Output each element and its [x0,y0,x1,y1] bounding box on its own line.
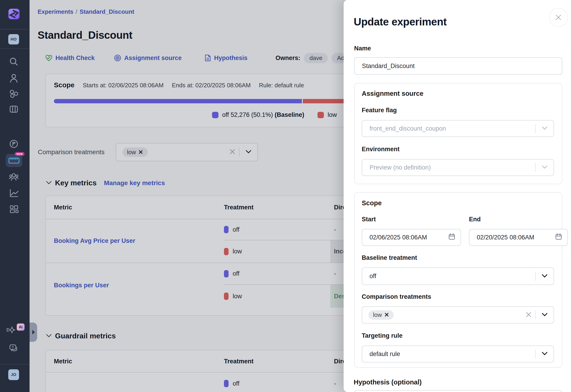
hypothesis-input[interactable] [354,390,562,392]
breadcrumb: Experiments/Standard_Discount [38,8,134,15]
metric-link[interactable]: Booking Avg Price per User [46,219,224,263]
calendar-icon[interactable] [555,233,562,242]
health-check-link[interactable]: Health Check [45,53,95,63]
treatment-dot-off [224,226,228,233]
feature-flag-icon[interactable] [9,139,19,149]
ai-sparkle-icon[interactable] [6,325,15,335]
name-label: Name [354,45,371,52]
hypothesis-label: Hypothesis [214,55,248,62]
metrics-chart-icon[interactable] [9,188,19,197]
targeting-rule-label: Targeting rule [362,332,402,339]
col-header-treatment: Treatment [224,358,330,365]
user-avatar[interactable]: JO [8,369,19,380]
chevron-down-icon[interactable] [542,352,548,356]
chevron-down-icon [542,126,548,131]
svg-text:?: ? [12,345,14,349]
treatment-dot-low [224,248,228,255]
assignment-source-heading: Assignment source [362,90,423,97]
key-metrics-header: Key metrics Manage key metrics [46,179,165,187]
treatment-cell: low [224,240,330,263]
sidebar-divider [0,48,29,49]
sidebar-divider [0,364,29,364]
sidebar-divider [0,29,29,29]
assignment-source-link[interactable]: Assignment source [114,53,182,63]
col-header-metric: Metric [46,204,224,211]
chevron-down-icon[interactable] [542,274,548,279]
treatment-cell: off [224,219,330,240]
select-divider [535,350,536,358]
new-badge: NEW [15,152,25,156]
key-metrics-title: Key metrics [55,179,97,187]
feature-flag-select[interactable]: front_end_discount_coupon [362,120,554,137]
manage-key-metrics-link[interactable]: Manage key metrics [104,179,165,187]
split-bar-legend: off 52,276 (50.1%) (Baseline) low [212,111,337,118]
calendar-icon[interactable] [448,233,456,242]
clear-selection-icon[interactable] [229,149,235,155]
treatment-chip-low[interactable]: low✕ [123,148,148,157]
metric-link[interactable]: Bookings per User [46,263,224,308]
chevron-down-icon[interactable] [542,313,548,317]
legend-off-swatch [212,112,218,118]
owners-label: Owners: [275,55,300,62]
baseline-treatment-select[interactable]: off [362,267,554,285]
search-icon[interactable] [9,57,19,67]
select-divider [535,271,536,281]
treatment-cell: low [224,284,330,308]
breadcrumb-separator: / [73,8,80,15]
select-divider [535,310,536,319]
treatment-cell: off [224,373,330,392]
owner-pill-dave[interactable]: dave [304,53,328,63]
chevron-down-icon[interactable] [245,150,251,154]
drawer-title: Update experiment [354,15,447,28]
columns-icon[interactable] [9,104,19,114]
targeting-rule-select[interactable]: default rule [362,346,554,363]
collapse-chevron-icon[interactable] [46,181,52,185]
environment-select[interactable]: Preview (no definition) [362,159,554,176]
ai-badge: AI [17,323,25,331]
legend-low-swatch [317,112,324,118]
scope-banner-title: Scope [54,81,74,89]
start-label: Start [362,216,376,223]
baseline-treatment-label: Baseline treatment [362,254,417,261]
start-date-input[interactable]: 02/06/2025 08:06AM [362,229,461,246]
comparison-treatments-select[interactable]: low✕ [116,143,258,161]
comparison-treatments-label: Comparison treatments [362,293,431,300]
treatment-cell: off [224,263,330,284]
segments-hexagons-icon[interactable] [9,89,19,98]
scope-ends-at: Ends at: 02/20/2025 08:06AM [172,82,251,89]
scope-heading: Scope [362,199,382,207]
scope-starts-at: Starts at: 02/06/2025 08:06AM [83,82,164,89]
comparison-treatments-row: Comparison treatments low✕ [38,143,258,161]
metric-link[interactable]: Average Downloads Duration Net [46,373,224,392]
chip-remove-icon[interactable]: ✕ [138,149,143,156]
dashboard-grid-icon[interactable] [9,205,19,214]
split-bar-off-segment [54,99,302,103]
sidebar-item-experiments-active[interactable] [6,154,22,167]
hypothesis-link[interactable]: Hypothesis [204,53,248,63]
end-label: End [469,216,481,223]
help-chat-icon[interactable]: ? [9,344,19,353]
treatment-chip-low[interactable]: low✕ [369,310,394,320]
comparison-treatments-select[interactable]: low✕ [362,306,554,323]
clear-selection-icon[interactable] [526,312,532,319]
breadcrumb-experiments-link[interactable]: Experiments [38,8,73,15]
hypothesis-label: Hypothesis (optional) [354,378,422,386]
sidebar: HO NEW [0,0,29,392]
document-icon [204,54,211,62]
end-date-input[interactable]: 02/20/2025 08:06AM [469,229,568,246]
name-input[interactable]: Standard_Discount [354,57,562,75]
statsig-logo-icon[interactable] [9,9,19,19]
breadcrumb-current-link[interactable]: Standard_Discount [80,8,134,15]
audiences-people-icon[interactable] [9,172,19,182]
workspace-avatar[interactable]: HO [8,34,19,44]
health-check-label: Health Check [56,55,95,62]
select-divider [239,147,240,157]
select-divider [535,124,536,133]
collapse-chevron-icon[interactable] [46,334,52,338]
chip-remove-icon[interactable]: ✕ [384,311,389,319]
expand-panel-handle[interactable] [29,322,37,342]
guardrail-metrics-title: Guardrail metrics [55,332,116,340]
page-title: Standard_Discount [38,29,132,41]
user-icon[interactable] [9,73,19,83]
close-icon[interactable] [549,8,568,27]
